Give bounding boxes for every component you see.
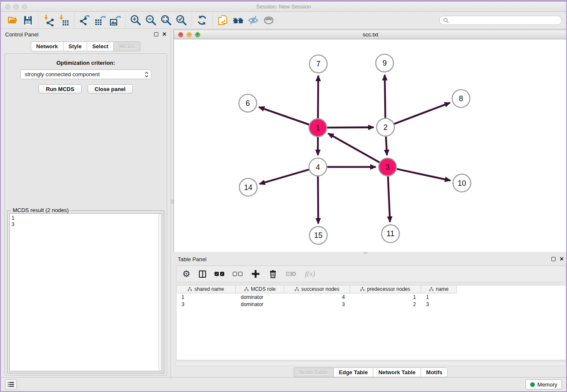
table-cell[interactable]: 1 [350, 294, 421, 300]
table-cell[interactable]: dominator [236, 294, 284, 300]
table-cell[interactable]: 3 [284, 301, 350, 307]
column-header-predecessor-nodes[interactable]: predecessor nodes [350, 285, 421, 293]
graph-edge-3-11[interactable] [388, 176, 390, 222]
delete-table-button[interactable] [286, 268, 297, 279]
result-scrollbar[interactable] [158, 214, 162, 371]
delete-column-button[interactable] [269, 268, 277, 279]
graphics-details-button[interactable] [246, 14, 261, 27]
first-neighbors-icon [232, 14, 245, 26]
table-tab-motifs[interactable]: Motifs [421, 367, 448, 377]
graph-edge-1-7[interactable] [318, 76, 318, 119]
table-row[interactable]: 1dominator411 [176, 293, 566, 301]
export-image-button[interactable] [107, 14, 123, 27]
duplicate-network-button[interactable] [215, 14, 231, 27]
table-settings-button[interactable]: ⚙ [182, 268, 190, 279]
run-mcds-button[interactable]: Run MCDS [39, 84, 81, 94]
table-tab-edge-table[interactable]: Edge Table [333, 367, 373, 377]
graph-edge-3-10[interactable] [396, 169, 450, 180]
close-panel-button[interactable]: Close panel [88, 84, 133, 94]
tab-network[interactable]: Network [31, 41, 63, 51]
network-canvas[interactable]: 7968124314101511 [174, 39, 567, 252]
table-tab-node-table[interactable]: Node Table [294, 367, 333, 377]
criterion-dropdown[interactable]: strongly connected component [20, 69, 151, 79]
graph-edge-2-8[interactable] [394, 103, 450, 124]
column-label: MCDS role [251, 286, 276, 292]
add-column-button[interactable] [251, 268, 260, 279]
table-cell[interactable]: 3 [176, 301, 236, 307]
control-panel-title: Control Panel [5, 31, 39, 38]
import-network-button[interactable] [41, 14, 56, 27]
graph-node-label-10: 10 [458, 179, 466, 188]
graph-node-label-3: 3 [385, 163, 390, 171]
birds-eye-icon [263, 14, 275, 26]
control-panel-tabs: NetworkStyleSelectMCDS [1, 41, 171, 51]
close-panel-icon[interactable]: × [162, 32, 166, 36]
import-table-button[interactable] [56, 14, 72, 27]
graph-edge-1-6[interactable] [259, 107, 309, 124]
search-field[interactable] [439, 16, 562, 25]
first-neighbors-button[interactable] [231, 14, 246, 27]
graph-node-label-11: 11 [387, 229, 395, 238]
search-input[interactable] [449, 17, 558, 23]
zoom-selected-button[interactable] [174, 14, 189, 27]
table-body: 1dominator4113dominator323 [176, 293, 566, 308]
table-cell[interactable]: 4 [284, 294, 350, 300]
column-header-successor-nodes[interactable]: successor nodes [284, 285, 350, 293]
column-tree-icon [360, 287, 365, 291]
add-column-icon [251, 269, 260, 279]
table-panel: Table Panel × ⚙ ✓ ✓ [173, 254, 567, 380]
close-table-panel-icon[interactable]: × [560, 257, 564, 261]
split-column-button[interactable] [199, 268, 206, 279]
graph-node-label-1: 1 [316, 124, 320, 132]
save-session-button[interactable] [20, 14, 36, 27]
mcds-result-box: MCDS result (2 nodes) 1 3 [7, 210, 164, 373]
column-header-shared-name[interactable]: shared name [176, 285, 236, 293]
deselect-all-button[interactable] [233, 268, 242, 279]
column-header-MCDS-role[interactable]: MCDS role [236, 285, 284, 293]
export-network-button[interactable] [77, 14, 92, 27]
graph-edge-4-14[interactable] [259, 170, 309, 184]
mcds-result-text[interactable]: 1 3 [9, 213, 162, 371]
tab-select[interactable]: Select [87, 41, 113, 51]
float-panel-icon[interactable] [154, 32, 158, 36]
graph-edge-3-1[interactable] [328, 133, 380, 162]
table-cell[interactable]: 1 [421, 294, 457, 300]
zoom-in-button[interactable] [128, 14, 143, 27]
window-titlebar: Session: New Session [1, 2, 566, 12]
table-cell[interactable]: 1 [176, 294, 236, 300]
table-cell[interactable]: 2 [350, 301, 421, 307]
float-table-panel-icon[interactable] [551, 257, 556, 261]
vertical-splitter-grip[interactable] [171, 200, 173, 204]
mcds-result-title: MCDS result (2 nodes) [11, 207, 70, 213]
column-header-name[interactable]: name [421, 285, 457, 293]
memory-status-icon [530, 382, 535, 387]
graph-edge-1-2[interactable] [327, 127, 374, 128]
birds-eye-button[interactable] [261, 14, 276, 27]
graph-edge-4-15[interactable] [318, 176, 318, 224]
table-cell[interactable]: 3 [421, 301, 457, 307]
import-table-icon [58, 14, 70, 26]
zoom-out-button[interactable] [143, 14, 159, 27]
save-session-icon [22, 15, 33, 26]
zoom-fit-button[interactable] [159, 14, 174, 27]
column-label: name [436, 286, 449, 292]
function-builder-button[interactable]: f(x) [305, 268, 315, 279]
table-horizontal-scrollbar[interactable] [175, 361, 566, 366]
toolbar-separator [125, 14, 126, 27]
table-tab-network-table[interactable]: Network Table [373, 367, 421, 377]
ui-settings-button[interactable] [5, 379, 17, 389]
select-all-button[interactable]: ✓ ✓ [215, 268, 224, 279]
refresh-button[interactable] [195, 14, 210, 27]
table-row[interactable]: 3dominator323 [176, 301, 566, 308]
toolbar-separator [38, 14, 39, 27]
open-session-button[interactable] [5, 14, 20, 27]
graph-edge-2-9[interactable] [385, 75, 385, 118]
tab-style[interactable]: Style [63, 41, 87, 51]
tab-mcds[interactable]: MCDS [113, 41, 140, 51]
network-window-titlebar[interactable]: × − + scc.txt [174, 30, 567, 39]
export-table-button[interactable] [92, 14, 107, 27]
table-cell[interactable]: dominator [236, 301, 284, 307]
criterion-value: strongly connected component [25, 71, 100, 77]
memory-button[interactable]: Memory [526, 379, 562, 389]
graph-edge-2-3[interactable] [386, 137, 387, 155]
